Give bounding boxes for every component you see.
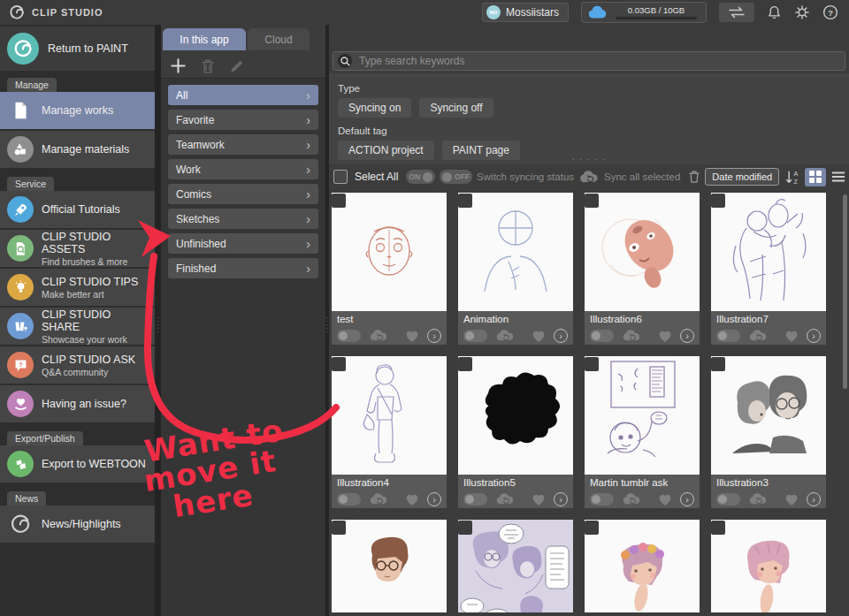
sidebar-item-return-to-paint[interactable]: Return to PAINT <box>0 27 155 71</box>
column-divider[interactable]: ····· <box>325 25 329 616</box>
help-icon[interactable]: ? <box>822 4 838 20</box>
tag-action-project[interactable]: ACTION project <box>338 141 434 160</box>
gear-icon[interactable] <box>794 4 810 20</box>
favorite-heart-icon[interactable] <box>658 330 672 343</box>
work-card[interactable]: Animation› <box>458 193 573 345</box>
card-checkbox[interactable] <box>332 357 346 371</box>
sidebar-item-export-to-webtoon[interactable]: Export to WEBTOON <box>0 445 155 483</box>
favorite-heart-icon[interactable] <box>405 330 419 343</box>
sidebar-item-clip-studio-ask[interactable]: ? CLIP STUDIO ASK Q&A community <box>0 346 155 384</box>
folder-item-sketches[interactable]: Sketches› <box>168 209 318 229</box>
search-input[interactable] <box>359 55 841 67</box>
sidebar-item-clip-studio-tips[interactable]: CLIP STUDIO TIPS Make better art <box>0 269 155 306</box>
card-checkbox[interactable] <box>711 194 725 208</box>
sync-toggle[interactable] <box>590 493 614 506</box>
open-chevron-icon[interactable]: › <box>554 329 568 343</box>
card-checkbox[interactable] <box>458 521 472 535</box>
sync-toggle[interactable] <box>337 493 361 506</box>
work-card[interactable]: › <box>711 520 826 612</box>
chevron-right-icon: › <box>306 262 310 275</box>
sidebar-item-clip-studio-assets[interactable]: CLIP STUDIO ASSETS Find brushes & more <box>0 230 155 267</box>
work-card[interactable]: Illustration4› <box>332 356 447 508</box>
favorite-heart-icon[interactable] <box>532 330 546 343</box>
paint-logo-icon <box>7 33 39 65</box>
heart-hand-icon <box>7 391 34 417</box>
open-chevron-icon[interactable]: › <box>680 492 694 506</box>
card-checkbox[interactable] <box>332 521 346 535</box>
folder-item-comics[interactable]: Comics› <box>168 184 318 204</box>
plus-icon[interactable] <box>170 57 187 74</box>
open-chevron-icon[interactable]: › <box>427 492 441 506</box>
trash-icon[interactable] <box>688 170 700 184</box>
trash-icon[interactable] <box>201 58 215 74</box>
sidebar-divider[interactable]: ····· <box>155 25 161 616</box>
folder-item-teamwork[interactable]: Teamwork› <box>168 134 318 155</box>
tab-in-this-app[interactable]: In this app <box>163 28 246 50</box>
open-chevron-icon[interactable]: › <box>427 329 441 343</box>
card-checkbox[interactable] <box>585 521 599 535</box>
bell-icon[interactable] <box>767 4 782 20</box>
vertical-scrollbar[interactable] <box>843 194 847 389</box>
card-checkbox[interactable] <box>458 194 472 208</box>
date-modified-sort-button[interactable]: Date modified <box>705 168 779 186</box>
panel-resize-handle[interactable]: · · · · · <box>572 155 607 164</box>
open-chevron-icon[interactable]: › <box>554 492 568 506</box>
pencil-icon[interactable] <box>229 58 245 74</box>
sidebar-item-clip-studio-share[interactable]: CLIP STUDIO SHARE Showcase your work <box>0 308 155 345</box>
cloud-sync-icon <box>578 170 600 185</box>
sync-toggle[interactable] <box>590 330 614 342</box>
card-checkbox[interactable] <box>711 521 725 535</box>
sidebar-item-manage-materials[interactable]: Manage materials <box>0 131 155 168</box>
tag-paint-page[interactable]: PAINT page <box>442 141 520 160</box>
sidebar-item-having-an-issue[interactable]: Having an issue? <box>0 385 155 422</box>
favorite-heart-icon[interactable] <box>784 493 799 506</box>
open-chevron-icon[interactable]: › <box>807 329 821 343</box>
grid-view-icon[interactable] <box>805 168 826 186</box>
work-card[interactable]: Illustration3› <box>711 356 826 508</box>
open-chevron-icon[interactable]: › <box>680 329 694 343</box>
card-checkbox[interactable] <box>585 357 599 371</box>
cloud-storage-button[interactable]: 0.03GB / 10GB <box>581 2 707 23</box>
folder-item-work[interactable]: Work› <box>168 159 318 179</box>
folder-item-unfinished[interactable]: Unfinished› <box>168 233 318 254</box>
select-all-checkbox[interactable] <box>333 170 348 184</box>
work-card[interactable]: › <box>458 520 573 612</box>
sync-arrows-button[interactable] <box>719 3 754 22</box>
sync-toggle[interactable] <box>337 330 361 342</box>
work-card[interactable]: Illustration6› <box>585 193 700 345</box>
favorite-heart-icon[interactable] <box>658 493 672 506</box>
favorite-heart-icon[interactable] <box>784 330 799 343</box>
syncing-on-toggle[interactable]: ON <box>406 170 435 184</box>
sync-toggle[interactable] <box>463 330 487 342</box>
sidebar-item-manage-works[interactable]: Manage works <box>0 92 155 129</box>
work-card[interactable]: › <box>332 520 447 612</box>
filter-syncing-off[interactable]: Syncing off <box>419 98 493 118</box>
sort-az-icon[interactable]: AZ <box>784 169 800 186</box>
favorite-heart-icon[interactable] <box>405 493 419 506</box>
folder-item-all[interactable]: All› <box>168 85 318 105</box>
user-account-button[interactable]: NO Mossiistars <box>482 3 569 22</box>
filter-syncing-on[interactable]: Syncing on <box>338 98 411 118</box>
card-checkbox[interactable] <box>332 194 346 208</box>
search-bar[interactable] <box>333 51 845 71</box>
syncing-off-toggle[interactable]: OFF <box>440 170 472 184</box>
card-checkbox[interactable] <box>458 357 472 371</box>
list-view-icon[interactable] <box>830 170 846 184</box>
sync-toggle[interactable] <box>716 493 740 506</box>
folder-item-favorite[interactable]: Favorite› <box>168 110 318 130</box>
work-card[interactable]: Illustration5› <box>458 356 573 508</box>
sidebar-item-news-highlights[interactable]: News/Highlights <box>0 506 155 543</box>
sync-toggle[interactable] <box>463 493 487 506</box>
card-checkbox[interactable] <box>585 194 599 208</box>
sync-toggle[interactable] <box>716 330 740 342</box>
work-card[interactable]: Illustration7› <box>711 193 826 345</box>
sidebar-item-official-tutorials[interactable]: Official Tutorials <box>0 191 155 228</box>
work-card[interactable]: test› <box>332 193 447 345</box>
open-chevron-icon[interactable]: › <box>807 492 821 506</box>
work-card[interactable]: Martin tumblr ask› <box>585 356 700 508</box>
favorite-heart-icon[interactable] <box>532 493 546 506</box>
folder-item-finished[interactable]: Finished› <box>168 258 318 278</box>
work-card[interactable]: › <box>585 520 700 612</box>
card-checkbox[interactable] <box>711 357 725 371</box>
tab-cloud[interactable]: Cloud <box>248 28 310 50</box>
